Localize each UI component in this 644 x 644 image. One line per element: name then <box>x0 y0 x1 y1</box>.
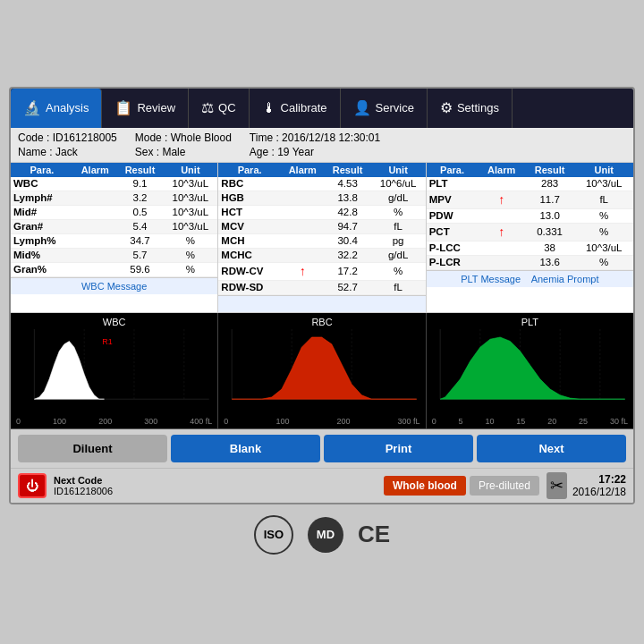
nav-review[interactable]: 📋 Review <box>102 89 189 128</box>
table-row: MCH 30.4 pg <box>218 233 425 248</box>
next-button[interactable]: Next <box>477 435 626 462</box>
device-screen: 🔬 Analysis 📋 Review ⚖ QC 🌡 Calibrate 👤 S… <box>9 87 635 504</box>
plt-para: P-LCC <box>427 241 479 255</box>
table-row: Gran# 5.4 10^3/uL <box>11 219 217 233</box>
plt-messages: PLT Message Anemia Prompt <box>427 270 633 287</box>
rbc-alarm <box>281 233 325 248</box>
wbc-result: 9.1 <box>117 177 164 191</box>
wbc-alarm <box>73 248 117 262</box>
table-row: PLT 283 10^3/uL <box>427 177 633 191</box>
blood-type-row: Whole blood Pre-diluted <box>384 476 539 496</box>
wbc-para: Gran# <box>11 219 73 233</box>
wbc-axis: 0100200300400 fL <box>14 417 214 426</box>
rbc-para: MCHC <box>218 248 281 262</box>
whole-blood-badge[interactable]: Whole blood <box>384 476 466 496</box>
table-row: RBC 4.53 10^6/uL <box>218 177 425 191</box>
wbc-para: Lymph% <box>11 233 73 248</box>
plt-para: PLT <box>427 177 479 191</box>
plt-unit: fL <box>574 191 633 208</box>
rbc-unit: pg <box>371 233 426 248</box>
wbc-result: 5.7 <box>117 248 164 262</box>
md-logo: MD <box>308 517 343 553</box>
plt-unit: 10^3/uL <box>574 177 633 191</box>
rbc-alarm <box>281 280 325 294</box>
btn-row: Diluent Blank Print Next <box>11 429 633 468</box>
table-row: MCV 94.7 fL <box>218 219 425 233</box>
table-row: Mid# 0.5 10^3/uL <box>11 205 217 219</box>
plt-unit: 10^3/uL <box>574 241 633 255</box>
info-time: Time : 2016/12/18 12:30:01 <box>250 131 380 144</box>
blank-button[interactable]: Blank <box>171 435 320 462</box>
plt-prompt: Anemia Prompt <box>531 274 599 284</box>
rbc-alarm <box>281 205 325 219</box>
nav-calibrate[interactable]: 🌡 Calibrate <box>250 89 341 128</box>
plt-alarm <box>478 241 524 255</box>
rbc-unit: % <box>371 205 426 219</box>
wbc-chart-panel: WBC R1 0100200300400 fL <box>11 313 218 428</box>
wbc-para: Mid# <box>11 205 73 219</box>
wbc-para: Mid% <box>11 248 73 262</box>
wbc-unit: % <box>163 248 217 262</box>
wbc-unit: 10^3/uL <box>163 177 217 191</box>
print-button[interactable]: Print <box>324 435 473 462</box>
wbc-chart-title: WBC <box>14 317 214 327</box>
table-row: HGB 13.8 g/dL <box>218 191 425 205</box>
table-row: Mid% 5.7 % <box>11 248 217 262</box>
rbc-unit: 10^6/uL <box>371 177 426 191</box>
plt-hdr-para: Para. <box>427 163 479 177</box>
plt-message: PLT Message <box>461 274 521 284</box>
rbc-para: HCT <box>218 205 281 219</box>
plt-chart-title: PLT <box>430 317 630 327</box>
plt-alarm: ↑ <box>478 191 524 208</box>
table-row: MPV ↑ 11.7 fL <box>427 191 633 208</box>
wbc-alarm <box>73 177 117 191</box>
rbc-result: 42.8 <box>325 205 371 219</box>
plt-unit: % <box>574 255 633 269</box>
table-row: HCT 42.8 % <box>218 205 425 219</box>
wbc-hdr-unit: Unit <box>163 163 217 177</box>
data-area: Para. Alarm Result Unit WBC 9.1 10^3/uL … <box>11 163 633 313</box>
table-row: PDW 13.0 % <box>427 208 633 223</box>
power-button[interactable]: ⏻ <box>18 473 47 498</box>
rbc-alarm <box>281 177 325 191</box>
plt-para: P-LCR <box>427 255 479 269</box>
wbc-unit: 10^3/uL <box>163 205 217 219</box>
svg-marker-11 <box>232 336 417 398</box>
rbc-alarm <box>281 219 325 233</box>
rbc-alarm: ↑ <box>281 262 325 280</box>
plt-para: PDW <box>427 208 479 223</box>
wbc-para: Lymph# <box>11 191 73 205</box>
pre-diluted-badge[interactable]: Pre-diluted <box>470 476 539 496</box>
table-row: RDW-CV ↑ 17.2 % <box>218 262 425 280</box>
info-col-left: Code : ID161218005 Name : Jack <box>18 131 117 158</box>
rbc-para: RDW-SD <box>218 280 281 294</box>
plt-hdr-result: Result <box>525 163 575 177</box>
ce-logo: CE <box>358 521 390 548</box>
wbc-result: 34.7 <box>117 233 164 248</box>
nav-analysis[interactable]: 🔬 Analysis <box>11 89 102 128</box>
wbc-hdr-result: Result <box>117 163 164 177</box>
next-code-label: Next Code <box>54 475 377 486</box>
status-bar: ⏻ Next Code ID161218006 Whole blood Pre-… <box>11 468 633 503</box>
status-time: 17:22 <box>572 473 626 486</box>
plt-result: 13.0 <box>525 208 575 223</box>
info-col-right: Time : 2016/12/18 12:30:01 Age : 19 Year <box>250 131 380 158</box>
wbc-message: WBC Message <box>11 277 217 294</box>
plt-result: 13.6 <box>525 255 575 269</box>
wbc-unit: % <box>163 262 217 276</box>
rbc-para: RBC <box>218 177 281 191</box>
nav-service[interactable]: 👤 Service <box>341 89 428 128</box>
plt-result: 38 <box>525 241 575 255</box>
rbc-result: 17.2 <box>325 262 371 280</box>
rbc-result: 52.7 <box>325 280 371 294</box>
plt-axis: 051015202530 fL <box>430 417 630 426</box>
wbc-result: 0.5 <box>117 205 164 219</box>
status-text: Next Code ID161218006 <box>54 475 377 496</box>
diluent-button[interactable]: Diluent <box>18 435 167 462</box>
wbc-hdr-alarm: Alarm <box>73 163 117 177</box>
nav-qc[interactable]: ⚖ QC <box>189 89 250 128</box>
nav-settings[interactable]: ⚙ Settings <box>428 89 513 128</box>
nav-review-label: Review <box>137 101 175 114</box>
rbc-result: 4.53 <box>325 177 371 191</box>
wbc-table: Para. Alarm Result Unit WBC 9.1 10^3/uL … <box>11 163 217 277</box>
